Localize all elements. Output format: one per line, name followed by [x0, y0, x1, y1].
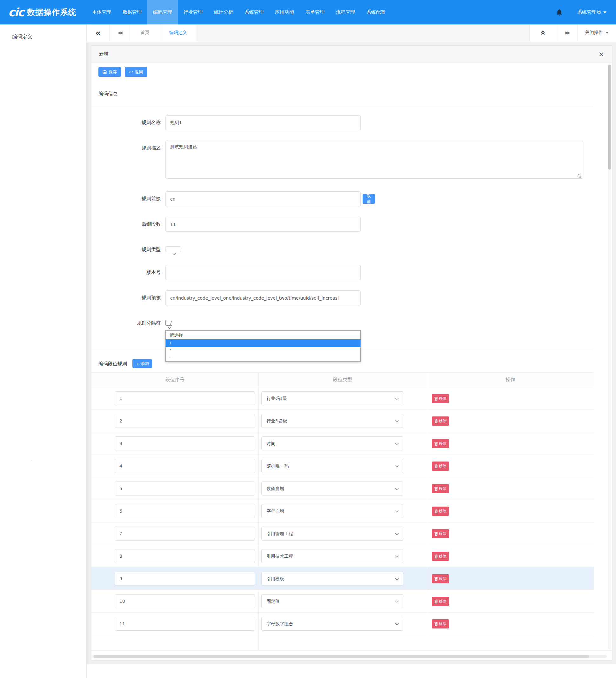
segment-type-select[interactable]: 引用技术工程 — [261, 549, 403, 563]
panel-title: 新增 — [99, 46, 109, 63]
navbar-item[interactable]: 应用功能 — [269, 0, 300, 25]
save-button[interactable]: 保存 — [99, 67, 121, 77]
tab-bar: « ◀◀ 首页 编码定义 « ▶▶ 关闭操作 — [87, 25, 616, 41]
back-button[interactable]: ↩ 返回 — [125, 67, 147, 77]
remove-row-button[interactable]: 移除 — [432, 439, 449, 448]
column-header-actions: 操作 — [427, 373, 594, 387]
segment-table: 段位序号 段位类型 操作 行业码1级 移除 行业码2级 移除 时间 移除 随机唯… — [92, 372, 594, 635]
remove-row-button[interactable]: 移除 — [432, 461, 449, 471]
segment-seq-input[interactable] — [115, 504, 255, 518]
back-button-label: 返回 — [135, 69, 143, 75]
close-operations-dropdown[interactable]: 关闭操作 — [577, 25, 616, 41]
close-icon[interactable]: × — [599, 46, 604, 63]
back-arrow-icon: ↩ — [129, 70, 133, 74]
new-rule-panel: 新增 × 保存 ↩ 返回 编码信息 规则名称 规则描述 测试规则描述 — [91, 45, 612, 660]
double-chevron-left-icon: « — [95, 28, 101, 38]
segment-seq-input[interactable] — [115, 527, 255, 540]
dropdown-option[interactable]: / — [166, 339, 360, 347]
segment-seq-input[interactable] — [115, 414, 255, 428]
segment-type-select[interactable]: 字母自增 — [261, 504, 403, 518]
navbar-item[interactable]: 系统管理 — [239, 0, 269, 25]
segment-seq-input[interactable] — [115, 482, 255, 495]
rule-desc-label: 规则描述 — [92, 141, 161, 155]
navbar-item[interactable]: 系统配置 — [361, 0, 391, 25]
vertical-scrollbar-thumb[interactable] — [608, 65, 611, 170]
page-bottom-area — [87, 664, 616, 678]
segment-type-select[interactable]: 行业码1级 — [261, 391, 403, 405]
segment-type-select[interactable]: 引用模板 — [261, 572, 403, 586]
app-title: 数据操作系统 — [27, 7, 76, 17]
segment-type-select[interactable]: 固定值 — [261, 594, 403, 608]
bell-icon[interactable] — [556, 8, 563, 16]
rule-name-input[interactable] — [166, 115, 361, 130]
navbar-item[interactable]: 流程管理 — [330, 0, 361, 25]
rule-type-label: 规则类型 — [92, 242, 161, 257]
segment-type-select[interactable]: 引用管理工程 — [261, 527, 403, 540]
remove-row-button[interactable]: 移除 — [432, 416, 449, 426]
chevron-down-icon — [168, 325, 171, 329]
segment-seq-input[interactable] — [115, 437, 255, 450]
navbar-item[interactable]: 表单管理 — [300, 0, 330, 25]
segment-seq-input[interactable] — [115, 549, 255, 563]
navbar-menu: 本体管理数据管理编码管理行业管理统计分析系统管理应用功能表单管理流程管理系统配置 — [86, 0, 391, 25]
segment-type-select[interactable]: 字母数字组合 — [261, 617, 403, 631]
remove-row-button[interactable]: 移除 — [432, 552, 449, 561]
tab-home[interactable]: 首页 — [130, 25, 160, 41]
tab-code-definition[interactable]: 编码定义 — [160, 25, 196, 41]
tabbar-filler — [196, 25, 530, 41]
navbar-item[interactable]: 编码管理 — [147, 0, 178, 25]
rule-prefix-label: 规则前缀 — [92, 191, 161, 206]
segment-seq-input[interactable] — [115, 617, 255, 631]
section-title-code-info: 编码信息 — [99, 91, 117, 97]
segment-type-select[interactable]: 行业码2级 — [261, 414, 403, 428]
rule-type-select[interactable] — [166, 246, 181, 252]
segment-seq-input[interactable] — [115, 391, 255, 405]
version-input[interactable] — [166, 265, 361, 280]
horizontal-scrollbar[interactable] — [93, 655, 607, 658]
trash-icon — [434, 510, 438, 513]
dropdown-option[interactable]: - — [166, 353, 360, 361]
trash-icon — [434, 622, 438, 626]
horizontal-scrollbar-thumb[interactable] — [94, 655, 589, 658]
scroll-tabs-right-button[interactable]: ▶▶ — [557, 25, 577, 41]
user-menu[interactable]: 系统管理员 — [577, 9, 607, 15]
rule-desc-textarea[interactable]: 测试规则描述 — [166, 141, 583, 179]
remove-row-button[interactable]: 移除 — [432, 529, 449, 538]
remove-row-button[interactable]: 移除 — [432, 506, 449, 516]
section-title-segment-rules: 编码段位规则 — [99, 361, 127, 367]
remove-row-button[interactable]: 移除 — [432, 574, 449, 583]
segment-seq-input[interactable] — [115, 594, 255, 608]
table-row: 引用技术工程 移除 — [92, 545, 594, 568]
scroll-to-top-button[interactable]: « — [530, 25, 557, 41]
remove-row-button[interactable]: 移除 — [432, 394, 449, 403]
get-prefix-button[interactable]: 获取前缀 — [363, 194, 375, 204]
navbar-item[interactable]: 本体管理 — [86, 0, 117, 25]
sidebar-item-code-definition[interactable]: 编码定义 — [12, 34, 32, 40]
navbar-item[interactable]: 行业管理 — [178, 0, 208, 25]
segment-type-select[interactable]: 随机唯一码 — [261, 459, 403, 473]
remove-row-button[interactable]: 移除 — [432, 484, 449, 493]
suffix-count-input[interactable] — [166, 217, 361, 232]
chevron-down-icon — [395, 554, 398, 557]
remove-row-button[interactable]: 移除 — [432, 597, 449, 606]
vertical-scrollbar[interactable] — [608, 64, 611, 649]
version-label: 版本号 — [92, 265, 161, 280]
add-segment-button[interactable]: ＋ 添加 — [133, 359, 152, 368]
resize-handle[interactable] — [578, 174, 581, 178]
navbar-item[interactable]: 数据管理 — [117, 0, 147, 25]
segment-type-select[interactable]: 数值自增 — [261, 482, 403, 495]
scroll-tabs-left-button[interactable]: ◀◀ — [110, 25, 130, 41]
rule-preview-input[interactable] — [166, 291, 361, 305]
trash-icon — [434, 464, 438, 468]
top-navbar: cic 数据操作系统 本体管理数据管理编码管理行业管理统计分析系统管理应用功能表… — [0, 0, 616, 25]
navbar-item[interactable]: 统计分析 — [208, 0, 239, 25]
dropdown-option[interactable]: 请选择 — [166, 331, 360, 339]
dropdown-option[interactable]: * — [166, 347, 360, 353]
chevron-down-icon — [395, 396, 398, 400]
segment-seq-input[interactable] — [115, 572, 255, 586]
collapse-sidebar-button[interactable]: « — [87, 25, 110, 41]
segment-seq-input[interactable] — [115, 459, 255, 473]
rule-prefix-input[interactable] — [166, 191, 361, 206]
remove-row-button[interactable]: 移除 — [432, 619, 449, 629]
segment-type-select[interactable]: 时间 — [261, 437, 403, 450]
